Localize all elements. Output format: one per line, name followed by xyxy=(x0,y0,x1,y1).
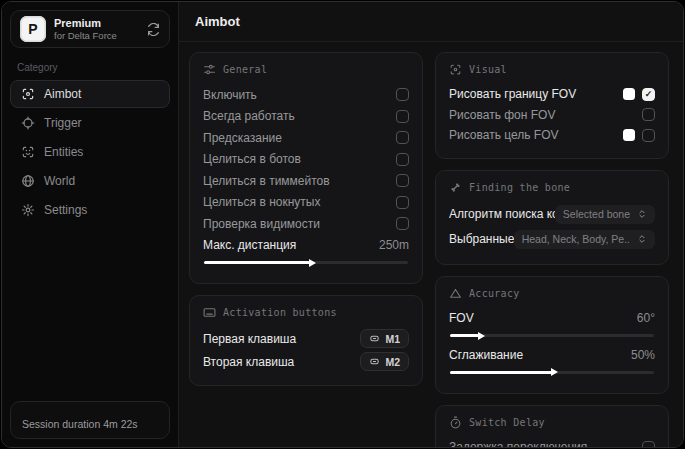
sliders-icon xyxy=(203,63,216,76)
checkbox[interactable] xyxy=(642,129,655,142)
sidebar-item-entities[interactable]: Entities xyxy=(10,138,170,166)
sidebar-item-aimbot[interactable]: Aimbot xyxy=(10,80,170,108)
toggle-row: Целиться в нокнутых xyxy=(203,192,409,214)
slider-value: 60° xyxy=(637,311,655,325)
panel-title: Finding the bone xyxy=(469,182,570,193)
bone-row: Алгоритм поиска костей Selected bone xyxy=(449,202,655,227)
checkbox[interactable] xyxy=(396,174,409,187)
trigger-crosshair-icon xyxy=(21,116,35,130)
toggle-row: Включить xyxy=(203,84,409,106)
toggle-row: Целиться в ботов xyxy=(203,149,409,171)
sidebar-item-trigger[interactable]: Trigger xyxy=(10,109,170,137)
bone-algorithm-select[interactable]: Selected bone xyxy=(555,205,655,224)
sidebar-item-label: Entities xyxy=(44,145,83,159)
mouse-icon xyxy=(369,356,380,367)
slider-thumb[interactable] xyxy=(309,259,316,267)
sidebar-item-label: Trigger xyxy=(44,116,82,130)
gear-icon xyxy=(21,203,35,217)
timer-icon xyxy=(449,416,462,429)
keyboard-icon xyxy=(203,306,216,319)
main-area: Aimbot General Включить Всегда работать … xyxy=(179,2,683,447)
category-label: Category xyxy=(17,62,163,73)
keybind-row: Вторая клавиша M2 xyxy=(203,350,409,373)
checkbox[interactable] xyxy=(396,88,409,101)
scan-eye-icon xyxy=(449,63,462,76)
visual-panel: Visual Рисовать границу FOV Рисовать фон… xyxy=(435,52,669,159)
triangle-icon xyxy=(449,287,462,300)
sidebar-item-label: Settings xyxy=(44,203,87,217)
keybind-button[interactable]: M2 xyxy=(360,352,409,371)
keybind-row: Первая клавиша M1 xyxy=(203,327,409,350)
app-window: P Premium for Delta Force Category Aimbo… xyxy=(1,1,684,448)
chevrons-up-down-icon xyxy=(637,209,647,219)
checkbox[interactable] xyxy=(396,153,409,166)
brand-subtitle: for Delta Force xyxy=(54,30,117,42)
checkbox[interactable] xyxy=(396,217,409,230)
brand-title: Premium xyxy=(54,17,117,30)
activation-buttons-panel: Activation buttons Первая клавиша M1 Вто… xyxy=(189,295,423,386)
session-duration: Session duration 4m 22s xyxy=(10,401,170,439)
slider-value: 50% xyxy=(631,348,655,362)
panel-title: Activation buttons xyxy=(223,307,337,318)
entities-scan-icon xyxy=(21,145,35,159)
checkbox[interactable] xyxy=(642,88,655,101)
smoothing-slider[interactable] xyxy=(450,371,654,374)
keybind-button[interactable]: M1 xyxy=(360,329,409,348)
toggle-row: Предсказание xyxy=(203,127,409,149)
finding-bone-panel: Finding the bone Алгоритм поиска костей … xyxy=(435,170,669,265)
sidebar-item-world[interactable]: World xyxy=(10,167,170,195)
toggle-row: Задержка переключения xyxy=(449,437,655,448)
checkbox[interactable] xyxy=(396,110,409,123)
brand-card: P Premium for Delta Force xyxy=(10,10,170,48)
slider-thumb[interactable] xyxy=(551,368,558,376)
visual-row: Рисовать границу FOV xyxy=(449,84,655,105)
max-distance-slider[interactable] xyxy=(204,261,408,264)
checkbox[interactable] xyxy=(642,108,655,121)
selected-bones-select[interactable]: Head, Neck, Body, Pe.. xyxy=(514,230,655,249)
checkbox[interactable] xyxy=(642,441,655,447)
panel-title: Switch Delay xyxy=(469,417,545,428)
globe-icon xyxy=(21,174,35,188)
toggle-row: Всегда работать xyxy=(203,106,409,128)
slider-label-row: Сглаживание50% xyxy=(449,344,655,366)
color-swatch[interactable] xyxy=(623,88,635,100)
chevrons-up-down-icon xyxy=(637,234,647,244)
toggle-row: Проверка видимости xyxy=(203,213,409,235)
visual-row: Рисовать фон FOV xyxy=(449,105,655,126)
visual-row: Рисовать цель FOV xyxy=(449,125,655,146)
toggle-row: Целиться в тиммейтов xyxy=(203,170,409,192)
brand-logo: P xyxy=(20,16,46,42)
sidebar-item-settings[interactable]: Settings xyxy=(10,196,170,224)
general-panel: General Включить Всегда работать Предска… xyxy=(189,52,423,284)
refresh-icon[interactable] xyxy=(147,23,160,36)
panel-title: Visual xyxy=(469,64,507,75)
accuracy-panel: Accuracy FOV60° Сглаживание50% xyxy=(435,276,669,394)
bone-row: Выбранные кости Head, Neck, Body, Pe.. xyxy=(449,227,655,252)
color-swatch[interactable] xyxy=(623,129,635,141)
slider-value: 250m xyxy=(379,238,409,252)
crosshair-scope-icon xyxy=(21,87,35,101)
switch-delay-panel: Switch Delay Задержка переключения Задер… xyxy=(435,405,669,448)
panel-title: Accuracy xyxy=(469,288,520,299)
sidebar-item-label: World xyxy=(44,174,75,188)
bone-icon xyxy=(449,181,462,194)
fov-slider[interactable] xyxy=(450,334,654,337)
checkbox[interactable] xyxy=(396,131,409,144)
checkbox[interactable] xyxy=(396,196,409,209)
panel-title: General xyxy=(223,64,267,75)
slider-label-row: Макс. дистанция250m xyxy=(203,235,409,257)
slider-thumb[interactable] xyxy=(478,332,485,340)
slider-label-row: FOV60° xyxy=(449,308,655,330)
sidebar-item-label: Aimbot xyxy=(44,87,81,101)
sidebar: P Premium for Delta Force Category Aimbo… xyxy=(2,2,179,447)
mouse-icon xyxy=(369,333,380,344)
page-title: Aimbot xyxy=(179,2,683,42)
